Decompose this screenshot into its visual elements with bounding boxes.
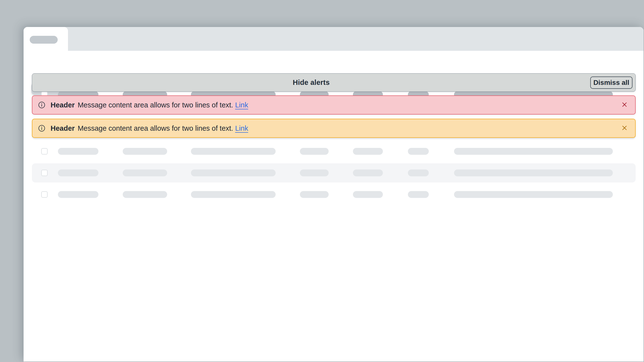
- alert-message: Message content area allows for two line…: [78, 124, 233, 132]
- skeleton-bar: [191, 148, 276, 155]
- table-row: [32, 163, 636, 182]
- tab-title-skeleton: [30, 36, 58, 44]
- tab-bar: [24, 27, 644, 51]
- skeleton-bar: [353, 148, 383, 155]
- close-button[interactable]: [619, 100, 630, 110]
- skeleton-bar: [353, 191, 383, 198]
- close-icon: [621, 125, 628, 132]
- skeleton-bar: [123, 169, 167, 176]
- alert-text: Header Message content area allows for t…: [50, 124, 248, 132]
- hide-alerts-bar[interactable]: Hide alerts Dismiss all: [32, 73, 636, 92]
- alert-link[interactable]: Link: [235, 101, 248, 109]
- skeleton-bar: [123, 148, 167, 155]
- skeleton-bar: [353, 169, 383, 176]
- skeleton-bar: [58, 191, 98, 198]
- alert-banner-error: Header Message content area allows for t…: [32, 95, 636, 114]
- row-checkbox[interactable]: [41, 148, 48, 154]
- skeleton-bar: [408, 191, 429, 198]
- alert-text: Header Message content area allows for t…: [50, 101, 248, 109]
- page-background: { "page": { "background_color": "#b9c0c4…: [0, 0, 644, 362]
- skeleton-bar: [300, 148, 329, 155]
- row-checkbox[interactable]: [41, 170, 48, 176]
- skeleton-bar: [58, 148, 98, 155]
- skeleton-bar: [58, 169, 98, 176]
- skeleton-bar: [408, 148, 429, 155]
- close-icon: [621, 101, 628, 109]
- info-icon: [38, 101, 45, 108]
- skeleton-bar: [123, 191, 167, 198]
- close-button[interactable]: [619, 123, 630, 134]
- skeleton-bar: [191, 169, 276, 176]
- app-window: Hide alerts Dismiss all Header Message c…: [24, 27, 644, 362]
- skeleton-bar: [454, 169, 613, 176]
- content-area: Hide alerts Dismiss all Header Message c…: [24, 51, 644, 362]
- skeleton-bar: [191, 191, 276, 198]
- skeleton-bar: [300, 169, 329, 176]
- row-checkbox[interactable]: [41, 191, 48, 198]
- skeleton-bar: [408, 169, 429, 176]
- alert-banner-warning: Header Message content area allows for t…: [32, 119, 636, 138]
- skeleton-bar: [300, 191, 329, 198]
- table-row: [32, 142, 636, 161]
- table-row: [32, 185, 636, 204]
- info-icon: [38, 125, 45, 132]
- alert-link[interactable]: Link: [235, 124, 248, 132]
- alert-header: Header: [50, 124, 74, 132]
- skeleton-bar: [454, 191, 613, 198]
- browser-tab[interactable]: [24, 27, 68, 51]
- alert-message: Message content area allows for two line…: [78, 101, 233, 109]
- alert-header: Header: [50, 101, 74, 109]
- dismiss-all-button[interactable]: Dismiss all: [590, 76, 632, 89]
- skeleton-bar: [454, 148, 613, 155]
- hide-alerts-title: Hide alerts: [32, 78, 590, 87]
